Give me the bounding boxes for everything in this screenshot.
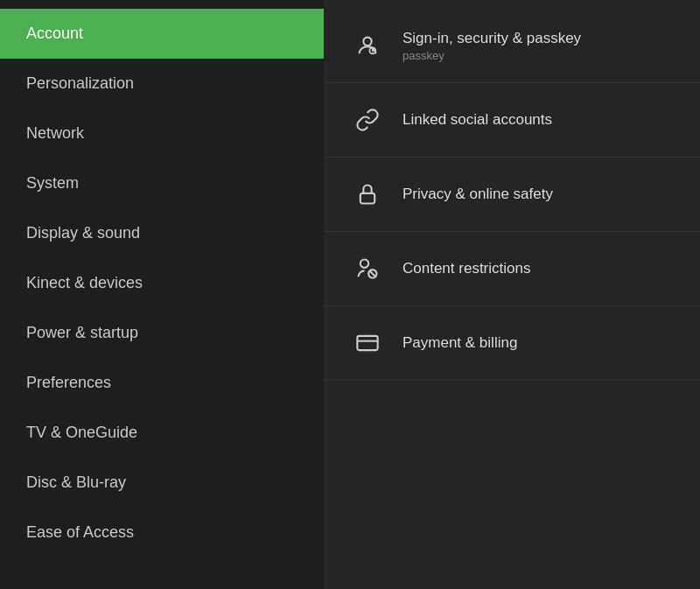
content-label-linked-social: Linked social accounts (402, 111, 552, 129)
content-label-content-restrictions: Content restrictions (402, 260, 530, 277)
person-security-icon (350, 28, 385, 63)
sidebar-item-disc[interactable]: Disc & Blu-ray (0, 458, 324, 508)
sidebar-item-preferences[interactable]: Preferences (0, 358, 324, 408)
content-label-signin: Sign-in, security & passkey (402, 30, 581, 47)
content-item-content-restrictions[interactable]: Content restrictions (324, 232, 700, 306)
content-item-signin[interactable]: Sign-in, security & passkeypasskey (324, 9, 700, 83)
content-label-privacy: Privacy & online safety (402, 186, 553, 203)
content-item-privacy[interactable]: Privacy & online safety (324, 158, 700, 232)
svg-rect-6 (357, 336, 377, 350)
svg-rect-2 (360, 193, 374, 204)
svg-point-3 (360, 260, 368, 268)
sidebar-item-system[interactable]: System (0, 158, 324, 208)
sidebar: AccountPersonalizationNetworkSystemDispl… (0, 0, 324, 589)
sidebar-item-power[interactable]: Power & startup (0, 308, 324, 358)
svg-line-5 (369, 270, 375, 277)
content-item-payment[interactable]: Payment & billing (324, 306, 700, 381)
sidebar-item-network[interactable]: Network (0, 109, 324, 158)
lock-icon (350, 177, 385, 212)
content-item-linked-social[interactable]: Linked social accounts (324, 83, 700, 158)
link-icon (350, 102, 385, 137)
content-sub-signin: passkey (402, 49, 581, 62)
content-panel: Sign-in, security & passkeypasskeyLinked… (324, 0, 700, 589)
person-restrict-icon (350, 251, 385, 286)
sidebar-item-ease[interactable]: Ease of Access (0, 508, 324, 557)
sidebar-item-kinect[interactable]: Kinect & devices (0, 258, 324, 308)
svg-point-0 (363, 38, 371, 46)
sidebar-item-personalization[interactable]: Personalization (0, 59, 324, 109)
sidebar-item-tv[interactable]: TV & OneGuide (0, 408, 324, 458)
sidebar-item-display-sound[interactable]: Display & sound (0, 208, 324, 258)
card-icon (350, 326, 385, 361)
content-label-payment: Payment & billing (402, 334, 517, 352)
sidebar-item-account[interactable]: Account (0, 9, 324, 59)
